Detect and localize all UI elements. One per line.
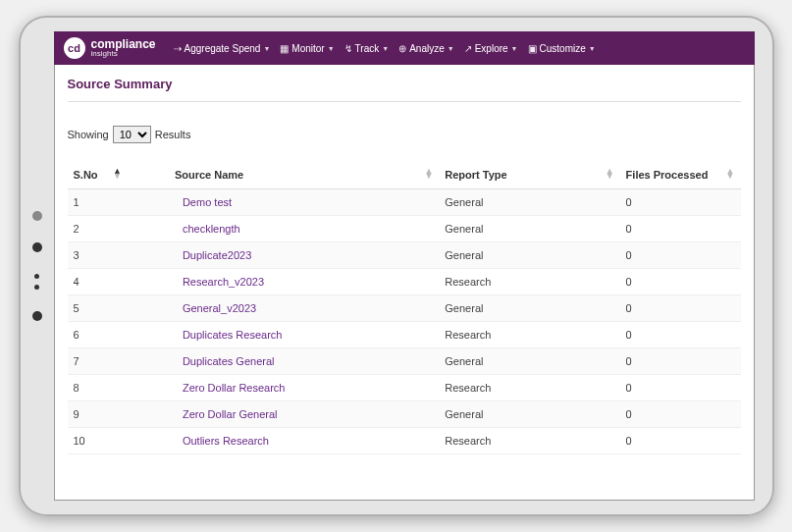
table-row: 4Research_v2023Research0 [68, 269, 741, 295]
nav-item-analyze[interactable]: ⊕Analyze▼ [398, 43, 454, 54]
nav-icon: ▦ [280, 43, 289, 54]
nav-icon: ↯ [344, 43, 352, 54]
nav-label: Track [355, 43, 380, 54]
cell-report: General [439, 189, 619, 216]
nav-icon: ▣ [528, 43, 537, 54]
cell-report: General [439, 348, 619, 375]
top-navbar: cd compliance insights ⇢Aggregate Spend▼… [54, 31, 755, 65]
page-title: Source Summary [68, 77, 741, 91]
cell-files: 0 [620, 295, 741, 322]
cell-files: 0 [620, 216, 741, 242]
nav-label: Customize [540, 43, 586, 54]
cell-sno: 4 [68, 269, 128, 295]
nav-items: ⇢Aggregate Spend▼▦Monitor▼↯Track▼⊕Analyz… [174, 43, 596, 54]
source-link[interactable]: General_v2023 [183, 302, 256, 314]
source-link[interactable]: Zero Dollar General [183, 408, 278, 420]
column-header-files[interactable]: Files Processed ▲▼ [620, 161, 741, 189]
speaker-dots [32, 274, 42, 290]
nav-label: Aggregate Spend [185, 43, 261, 54]
cell-sno: 9 [68, 401, 128, 428]
brand-sub: insights [91, 50, 156, 58]
cell-report: Research [439, 375, 619, 401]
cell-sno: 8 [68, 375, 128, 401]
table-row: 5General_v2023General0 [68, 295, 741, 322]
source-link[interactable]: Outliers Research [183, 435, 269, 447]
nav-item-customize[interactable]: ▣Customize▼ [528, 43, 596, 54]
table-row: 6Duplicates ResearchResearch0 [68, 322, 741, 348]
column-header-source[interactable]: Source Name ▲▼ [128, 161, 439, 189]
cell-report: General [439, 401, 619, 428]
chevron-down-icon: ▼ [382, 45, 389, 52]
cell-report: Research [439, 269, 619, 295]
chevron-down-icon: ▼ [589, 45, 596, 52]
showing-prefix: Showing [68, 129, 109, 140]
source-link[interactable]: Duplicate2023 [183, 249, 251, 261]
table-row: 7Duplicates GeneralGeneral0 [68, 348, 741, 375]
tablet-hardware-dots [32, 211, 42, 321]
nav-item-explore[interactable]: ↗Explore▼ [464, 43, 518, 54]
chevron-down-icon: ▼ [263, 45, 270, 52]
cell-report: General [439, 242, 619, 269]
content-area: Source Summary Showing 10 Results S.No ▲… [54, 65, 755, 501]
nav-item-monitor[interactable]: ▦Monitor▼ [280, 43, 334, 54]
cell-sno: 6 [68, 322, 128, 348]
cell-report: General [439, 295, 619, 322]
table-row: 1Demo testGeneral0 [68, 189, 741, 216]
cell-files: 0 [620, 348, 741, 375]
cell-files: 0 [620, 428, 741, 454]
cell-sno: 2 [68, 216, 128, 242]
chevron-down-icon: ▼ [328, 45, 335, 52]
cell-sno: 3 [68, 242, 128, 269]
source-link[interactable]: Research_v2023 [183, 276, 264, 288]
cell-files: 0 [620, 375, 741, 401]
source-link[interactable]: Zero Dollar Research [183, 382, 286, 394]
source-link[interactable]: Duplicates General [183, 355, 275, 367]
sensor-dot [32, 242, 42, 252]
tablet-frame: cd compliance insights ⇢Aggregate Spend▼… [19, 16, 774, 516]
source-link[interactable]: checklength [183, 223, 240, 235]
cell-sno: 10 [68, 428, 128, 454]
cell-sno: 7 [68, 348, 128, 375]
app-screen: cd compliance insights ⇢Aggregate Spend▼… [54, 31, 755, 501]
sort-icon: ▲▼ [726, 169, 735, 180]
chevron-down-icon: ▼ [448, 45, 454, 52]
source-summary-table: S.No ▲▼ Source Name ▲▼ Report Type ▲▼ [68, 161, 741, 454]
nav-item-aggregate-spend[interactable]: ⇢Aggregate Spend▼ [174, 43, 271, 54]
chevron-down-icon: ▼ [511, 45, 518, 52]
cell-report: Research [439, 428, 619, 454]
sort-icon: ▲▼ [606, 169, 614, 180]
cell-report: Research [439, 322, 619, 348]
cell-files: 0 [620, 189, 741, 216]
brand-badge-icon: cd [64, 37, 85, 59]
table-row: 3Duplicate2023General0 [68, 242, 741, 269]
table-row: 10Outliers ResearchResearch0 [68, 428, 741, 454]
source-link[interactable]: Duplicates Research [183, 329, 283, 341]
table-row: 8Zero Dollar ResearchResearch0 [68, 375, 741, 401]
cell-files: 0 [620, 242, 741, 269]
divider [68, 101, 741, 102]
brand-logo[interactable]: cd compliance insights [64, 37, 156, 59]
rows-per-page-select[interactable]: 10 [113, 126, 151, 143]
column-header-report[interactable]: Report Type ▲▼ [439, 161, 619, 189]
nav-icon: ⊕ [398, 43, 406, 54]
camera-dot [32, 211, 42, 221]
sort-icon: ▲▼ [113, 169, 122, 180]
source-link[interactable]: Demo test [183, 196, 232, 208]
nav-label: Monitor [291, 43, 324, 54]
cell-files: 0 [620, 322, 741, 348]
showing-suffix: Results [155, 129, 191, 140]
cell-sno: 1 [68, 189, 128, 216]
table-row: 2checklengthGeneral0 [68, 216, 741, 242]
nav-label: Analyze [409, 43, 445, 54]
nav-item-track[interactable]: ↯Track▼ [344, 43, 390, 54]
table-row: 9Zero Dollar GeneralGeneral0 [68, 401, 741, 428]
column-header-sno[interactable]: S.No ▲▼ [68, 161, 128, 189]
nav-icon: ↗ [464, 43, 472, 54]
cell-files: 0 [620, 401, 741, 428]
results-count-control: Showing 10 Results [68, 126, 741, 143]
cell-report: General [439, 216, 619, 242]
cell-files: 0 [620, 269, 741, 295]
sort-icon: ▲▼ [424, 169, 433, 180]
nav-label: Explore [475, 43, 508, 54]
cell-sno: 5 [68, 295, 128, 322]
